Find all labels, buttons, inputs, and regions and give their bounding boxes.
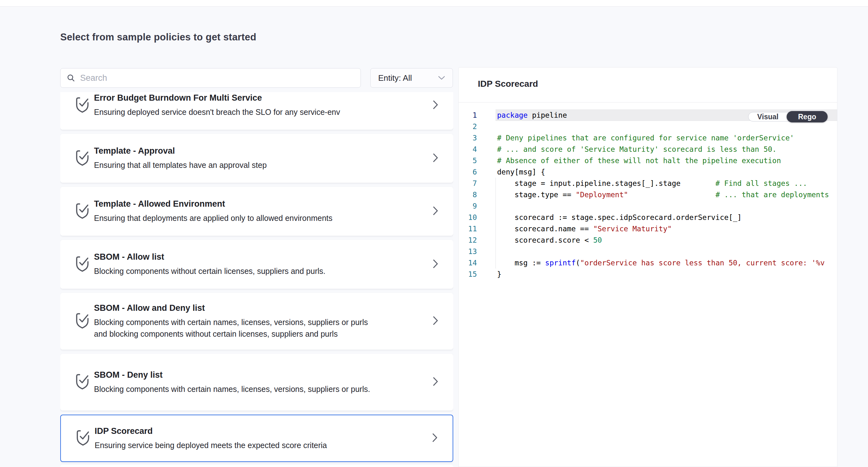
search-box [60,68,361,88]
policy-card[interactable]: Template - Allowed Environment Ensuring … [60,187,453,236]
search-icon [67,74,75,82]
rego-code-editor[interactable]: 1 package pipeline 2 3 # Deny pipelines … [459,103,837,467]
shield-check-icon [75,149,90,168]
line-number: 7 [459,178,477,189]
policy-card-description: Blocking components with certain names, … [94,317,381,340]
policy-card[interactable]: SBOM - Deny list Blocking components wit… [60,354,453,410]
policy-card-partial[interactable] [60,465,453,467]
policy-card-description: Blocking components with certain names, … [94,383,370,395]
line-number: 13 [459,246,477,257]
policy-card[interactable]: Error Budget Burndown For Multi Service … [60,92,453,130]
policy-card[interactable]: IDP Scorecard Ensuring service being dep… [60,415,453,462]
chevron-right-icon [433,376,438,388]
policy-card[interactable]: SBOM - Allow and Deny list Blocking comp… [60,293,453,350]
code-line-content: scorecard.name == "Service Maturity" [496,223,837,234]
page-title: Select from sample policies to get start… [60,32,256,43]
line-number: 14 [459,257,477,268]
policy-card-text: IDP Scorecard Ensuring service being dep… [95,426,327,451]
code-line-content: msg := sprintf("orderService has score l… [496,257,837,268]
chevron-right-icon [433,259,438,270]
policy-card-description: Ensuring that deployments are applied on… [94,212,333,224]
code-line: 5 # Absence of either of these will not … [459,155,837,166]
search-input[interactable] [80,73,354,83]
code-line-content: # ... and score of 'Service Maturity' sc… [496,144,837,155]
policy-card-text: Template - Allowed Environment Ensuring … [94,199,333,224]
line-number: 2 [459,121,477,132]
line-number: 4 [459,144,477,155]
code-line: 8 stage.type == "Deployment" # ... that … [459,189,837,200]
policy-card-title: SBOM - Allow list [94,252,326,262]
code-line: 2 [459,121,837,132]
code-line-content: # Deny pipelines that are configured for… [496,132,837,144]
line-number: 6 [459,166,477,178]
policy-card-title: SBOM - Allow and Deny list [94,302,381,313]
chevron-down-icon [438,76,445,80]
code-line: 12 scorecard.score < 50 [459,234,837,246]
code-line-content [496,246,837,257]
code-line: 3 # Deny pipelines that are configured f… [459,132,837,144]
code-line-content: scorecard.score < 50 [496,234,837,246]
code-line-content: } [496,268,837,280]
policy-list: Error Budget Burndown For Multi Service … [60,92,453,467]
code-line-content [496,121,837,132]
code-line-content: stage.type == "Deployment" # ... that ar… [496,189,837,200]
policy-card-title: Template - Approval [94,145,267,156]
code-line: 13 [459,246,837,257]
code-line-content [496,200,837,212]
code-line: 7 stage = input.pipeline.stages[_].stage… [459,178,837,189]
code-line: 14 msg := sprintf("orderService has scor… [459,257,837,268]
line-number: 12 [459,234,477,246]
policy-card-text: Template - Approval Ensuring that all te… [94,145,267,171]
view-toggle: Visual Rego [748,112,827,121]
policy-card-description: Blocking components without certain lice… [94,265,326,277]
entity-filter-label: Entity: All [378,73,412,83]
line-number: 10 [459,212,477,223]
code-line: 9 [459,200,837,212]
policy-card-title: IDP Scorecard [95,426,327,436]
policy-card-description: Ensuring deployed service doesn't breach… [94,106,340,118]
top-bar [0,0,868,7]
code-line-content: # Absence of either of these will not ha… [496,155,837,166]
entity-filter-dropdown[interactable]: Entity: All [370,68,453,88]
shield-check-icon [75,96,90,115]
line-number: 11 [459,223,477,234]
policy-card-text: Error Budget Burndown For Multi Service … [94,92,340,118]
code-line: 10 scorecard := stage.spec.idpScorecard.… [459,212,837,223]
shield-check-icon [75,373,90,391]
policy-card-text: SBOM - Allow and Deny list Blocking comp… [94,302,381,340]
chevron-right-icon [433,316,438,327]
policy-card-title: SBOM - Deny list [94,370,370,380]
policy-card-title: Template - Allowed Environment [94,199,333,209]
detail-panel-title: IDP Scorecard [478,79,538,89]
line-number: 1 [459,110,477,121]
chevron-right-icon [433,153,438,164]
rego-toggle-label: Rego [798,113,816,121]
code-line: 11 scorecard.name == "Service Maturity" [459,223,837,234]
code-line: 4 # ... and score of 'Service Maturity' … [459,144,837,155]
code-line: 15 } [459,268,837,280]
line-number: 9 [459,200,477,212]
visual-toggle-label: Visual [748,112,787,121]
policy-card-description: Ensuring service being deployed meets th… [95,440,327,451]
shield-check-icon [75,429,91,447]
policy-card[interactable]: SBOM - Allow list Blocking components wi… [60,240,453,289]
code-line-content: stage = input.pipeline.stages[_].stage #… [496,178,837,189]
policy-card-description: Ensuring that all templates have an appr… [94,159,267,171]
code-line-content: deny[msg] { [496,166,837,178]
shield-check-icon [75,255,90,273]
line-number: 3 [459,132,477,144]
chevron-right-icon [433,206,438,217]
policy-card-title: Error Budget Burndown For Multi Service [94,92,340,103]
chevron-right-icon [432,433,438,444]
policy-detail-panel: IDP Scorecard 1 package pipeline 2 3 # D… [458,67,837,467]
chevron-right-icon [433,100,438,111]
policy-card[interactable]: Template - Approval Ensuring that all te… [60,134,453,183]
line-number: 5 [459,155,477,166]
shield-check-icon [75,312,90,330]
shield-check-icon [75,202,90,221]
code-line: 6 deny[msg] { [459,166,837,178]
policy-card-text: SBOM - Allow list Blocking components wi… [94,252,326,277]
rego-toggle-button[interactable]: Rego [786,111,828,122]
policy-card-text: SBOM - Deny list Blocking components wit… [94,370,370,395]
code-line-content: scorecard := stage.spec.idpScorecard.ord… [496,212,837,223]
